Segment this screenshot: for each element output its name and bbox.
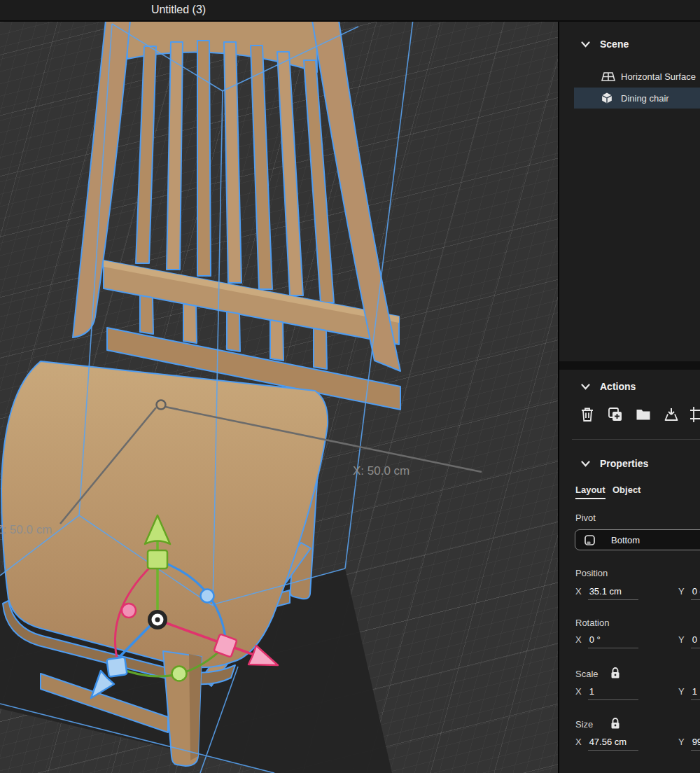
- document-title: Untitled (3): [0, 0, 357, 20]
- scene-header: Scene: [600, 38, 629, 50]
- duplicate-icon[interactable]: [607, 406, 624, 423]
- size-label: Size: [575, 718, 593, 731]
- actions-header: Actions: [600, 380, 636, 393]
- size-x-field[interactable]: 47.56 cm: [588, 737, 638, 751]
- tab-layout[interactable]: Layout: [575, 485, 606, 499]
- properties-header: Properties: [600, 457, 648, 470]
- scene-item-dining-chair[interactable]: Dining chair: [574, 88, 700, 109]
- rotation-x-axis-label: X: [575, 634, 585, 645]
- position-y-field[interactable]: 0 cm: [691, 586, 700, 600]
- position-x-field[interactable]: 35.1 cm: [588, 586, 638, 600]
- rotation-label: Rotation: [575, 617, 609, 629]
- rotation-y-field[interactable]: 0 °: [691, 634, 700, 648]
- scene-canvas: X: 50.0 cm Z: 50.0 cm: [0, 20, 558, 773]
- gizmo-center-handle[interactable]: [148, 610, 167, 629]
- pivot-bottom-icon: [584, 534, 596, 546]
- horizontal-surface-icon: [601, 71, 615, 82]
- position-label: Position: [575, 567, 608, 580]
- rotation-row: X 0 ° Y 0 °: [575, 634, 700, 653]
- aero-app-window: Untitled (3): [0, 0, 700, 773]
- scale-y-handle[interactable]: [148, 550, 167, 569]
- 3d-viewport[interactable]: X: 50.0 cm Z: 50.0 cm: [0, 20, 558, 773]
- scene-item-label: Horizontal Surface: [621, 71, 696, 82]
- rotate-x-handle[interactable]: [122, 604, 136, 618]
- scene-item-label: Dining chair: [621, 93, 669, 104]
- group-folder-icon[interactable]: [635, 406, 652, 423]
- rotate-y-handle[interactable]: [172, 667, 187, 681]
- rotation-x-field[interactable]: 0 °: [588, 634, 638, 648]
- rotation-y-axis-label: Y: [678, 634, 688, 645]
- frame-icon[interactable]: [690, 406, 700, 423]
- panel-separator: [559, 361, 700, 370]
- import-icon[interactable]: [663, 406, 680, 423]
- cube-icon: [601, 92, 612, 104]
- tab-object[interactable]: Object: [612, 485, 640, 495]
- size-x-axis-label: X: [575, 737, 585, 747]
- scene-item-horizontal-surface[interactable]: Horizontal Surface: [559, 66, 700, 87]
- scale-x-axis-label: X: [575, 686, 585, 697]
- x-dimension-label: X: 50.0 cm: [353, 464, 410, 478]
- z-dimension-label: Z: 50.0 cm: [0, 523, 52, 536]
- title-bar: Untitled (3): [0, 0, 700, 22]
- scale-y-axis-label: Y: [678, 686, 688, 697]
- size-y-field[interactable]: 99.29 cm: [691, 737, 700, 751]
- scale-label: Scale: [575, 668, 598, 681]
- right-panel: Scene Horizontal Surface Dining chair Ac…: [558, 20, 700, 773]
- scale-y-field[interactable]: 1: [691, 686, 700, 700]
- scale-x-field[interactable]: 1: [588, 686, 638, 700]
- position-row: X 35.1 cm Y 0 cm: [575, 586, 700, 604]
- pivot-dropdown[interactable]: Bottom: [575, 529, 700, 550]
- section-divider: [572, 439, 700, 440]
- size-lock-icon[interactable]: [610, 717, 621, 730]
- position-x-axis-label: X: [575, 586, 585, 597]
- position-y-axis-label: Y: [678, 586, 688, 597]
- size-y-axis-label: Y: [678, 737, 688, 747]
- pivot-value: Bottom: [611, 535, 640, 545]
- properties-collapse-chevron-icon[interactable]: [581, 461, 590, 467]
- scale-row: X 1 Y 1: [575, 686, 700, 704]
- scale-lock-icon[interactable]: [610, 667, 621, 679]
- size-row: X 47.56 cm Y 99.29 cm: [575, 737, 700, 755]
- rotate-z-handle[interactable]: [201, 590, 214, 603]
- scene-collapse-chevron-icon[interactable]: [581, 41, 590, 48]
- actions-collapse-chevron-icon[interactable]: [581, 384, 590, 390]
- pivot-label: Pivot: [575, 512, 596, 524]
- scale-z-handle[interactable]: [106, 657, 127, 676]
- delete-icon[interactable]: [579, 406, 596, 423]
